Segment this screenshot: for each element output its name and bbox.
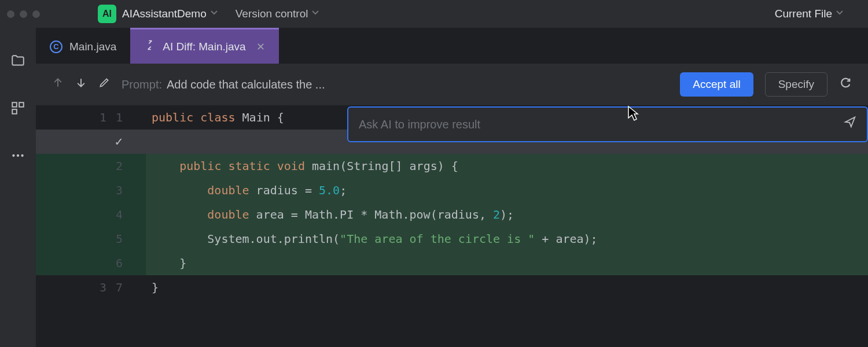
tab-bar: C Main.java AI Diff: Main.java ✕	[36, 28, 868, 64]
editor-area: C Main.java AI Diff: Main.java ✕	[36, 28, 868, 347]
structure-icon[interactable]	[10, 101, 25, 116]
gutter: 3	[36, 178, 146, 202]
ask-ai-popup	[347, 106, 868, 142]
prompt-text: Add code that calculates the ...	[167, 78, 325, 91]
gutter: ✓	[36, 130, 146, 154]
code-editor[interactable]: 11public class Main {✓2 public static vo…	[36, 105, 868, 347]
gutter: 11	[36, 105, 146, 130]
svg-rect-2	[12, 109, 17, 114]
version-control-menu[interactable]: Version control	[236, 8, 308, 20]
code-line[interactable]: 37}	[36, 275, 868, 300]
svg-rect-0	[12, 102, 17, 107]
close-window-icon[interactable]	[7, 10, 14, 18]
project-name[interactable]: AIAssistantDemo	[122, 8, 207, 20]
folder-icon[interactable]	[10, 53, 25, 68]
code-line[interactable]: 6 }	[36, 251, 868, 275]
titlebar: AI AIAssistantDemo Version control Curre…	[0, 0, 868, 28]
prev-change-icon[interactable]	[52, 77, 64, 92]
gutter: 37	[36, 275, 146, 300]
svg-point-3	[12, 154, 14, 157]
code-content[interactable]: }	[146, 251, 868, 275]
code-line[interactable]: 2 public static void main(String[] args)…	[36, 154, 868, 178]
tab-label: Main.java	[69, 40, 116, 53]
class-file-icon: C	[50, 40, 62, 53]
current-file-scope[interactable]: Current File	[775, 8, 832, 20]
tab-ai-diff[interactable]: AI Diff: Main.java ✕	[130, 28, 278, 64]
prompt-display: Prompt: Add code that calculates the ...	[122, 78, 668, 91]
gutter: 6	[36, 251, 146, 275]
gutter: 4	[36, 202, 146, 227]
svg-point-4	[17, 154, 19, 157]
svg-point-5	[21, 154, 23, 157]
checkmark-icon[interactable]: ✓	[115, 130, 123, 154]
close-icon[interactable]: ✕	[256, 40, 265, 53]
chevron-down-icon[interactable]	[210, 9, 218, 19]
code-line[interactable]: 5 System.out.println("The area of the ci…	[36, 227, 868, 251]
code-line[interactable]: 4 double area = Math.PI * Math.pow(radiu…	[36, 202, 868, 227]
tab-main-java[interactable]: C Main.java	[36, 28, 130, 64]
edit-icon[interactable]	[98, 77, 110, 92]
ai-badge-icon: AI	[98, 5, 116, 23]
send-icon[interactable]	[844, 112, 856, 136]
accept-all-button[interactable]: Accept all	[680, 72, 753, 97]
minimize-window-icon[interactable]	[20, 10, 27, 18]
code-content[interactable]: System.out.println("The area of the circ…	[146, 227, 868, 251]
code-content[interactable]: public static void main(String[] args) {	[146, 154, 868, 178]
chevron-down-icon[interactable]	[836, 9, 844, 19]
gutter: 5	[36, 227, 146, 251]
code-content[interactable]: }	[146, 275, 868, 300]
ask-ai-input[interactable]	[359, 118, 837, 131]
tab-label: AI Diff: Main.java	[163, 40, 245, 53]
reload-icon[interactable]	[839, 76, 852, 93]
specify-button[interactable]: Specify	[765, 72, 827, 97]
next-change-icon[interactable]	[75, 77, 87, 92]
maximize-window-icon[interactable]	[32, 10, 40, 18]
left-tool-rail	[0, 28, 36, 347]
prompt-label: Prompt:	[122, 78, 162, 91]
traffic-lights	[7, 10, 40, 18]
diff-icon	[144, 39, 156, 54]
diff-toolbar: Prompt: Add code that calculates the ...…	[36, 64, 868, 105]
code-line[interactable]: 3 double radius = 5.0;	[36, 178, 868, 202]
more-icon[interactable]	[10, 148, 25, 163]
code-content[interactable]: double radius = 5.0;	[146, 178, 868, 202]
chevron-down-icon[interactable]	[311, 9, 319, 19]
gutter: 2	[36, 154, 146, 178]
code-content[interactable]: double area = Math.PI * Math.pow(radius,…	[146, 202, 868, 227]
svg-rect-1	[19, 102, 24, 107]
